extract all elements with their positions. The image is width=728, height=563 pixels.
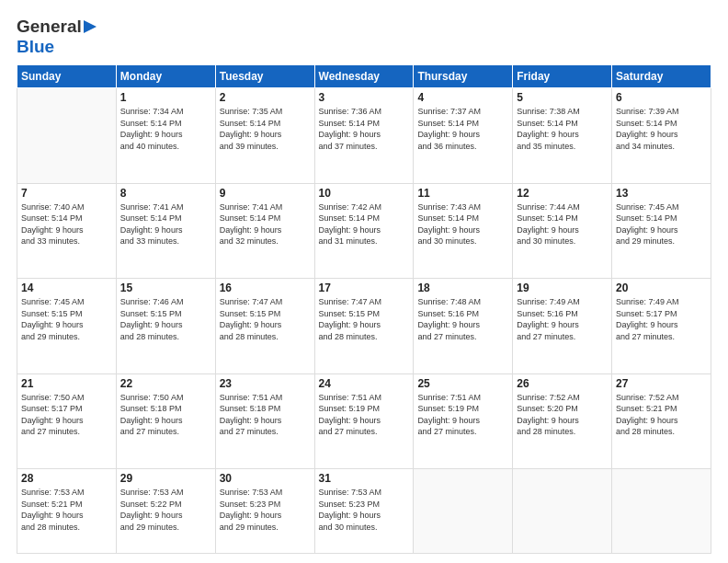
calendar-header-row: SundayMondayTuesdayWednesdayThursdayFrid… (17, 65, 711, 88)
day-number: 11 (417, 187, 508, 200)
calendar-cell: 20Sunrise: 7:49 AM Sunset: 5:17 PM Dayli… (612, 279, 711, 374)
day-info: Sunrise: 7:45 AM Sunset: 5:14 PM Dayligh… (616, 201, 707, 247)
calendar-cell: 25Sunrise: 7:51 AM Sunset: 5:19 PM Dayli… (414, 373, 513, 469)
calendar-cell: 13Sunrise: 7:45 AM Sunset: 5:14 PM Dayli… (612, 183, 711, 279)
day-info: Sunrise: 7:52 AM Sunset: 5:20 PM Dayligh… (517, 392, 608, 438)
day-info: Sunrise: 7:48 AM Sunset: 5:16 PM Dayligh… (417, 296, 508, 342)
day-info: Sunrise: 7:39 AM Sunset: 5:14 PM Dayligh… (616, 106, 707, 152)
day-number: 17 (319, 282, 410, 294)
day-info: Sunrise: 7:46 AM Sunset: 5:15 PM Dayligh… (120, 296, 211, 342)
day-info: Sunrise: 7:51 AM Sunset: 5:19 PM Dayligh… (417, 392, 508, 438)
calendar-cell: 5Sunrise: 7:38 AM Sunset: 5:14 PM Daylig… (513, 88, 612, 184)
day-number: 30 (220, 472, 311, 485)
day-number: 13 (616, 187, 707, 200)
logo-blue-text: Blue (17, 37, 54, 57)
day-number: 22 (120, 377, 211, 390)
day-info: Sunrise: 7:49 AM Sunset: 5:16 PM Dayligh… (517, 296, 608, 342)
calendar-week-3: 14Sunrise: 7:45 AM Sunset: 5:15 PM Dayli… (17, 279, 711, 374)
calendar-cell: 12Sunrise: 7:44 AM Sunset: 5:14 PM Dayli… (513, 183, 612, 279)
day-number: 20 (616, 282, 707, 294)
header: GeneralBlue (17, 17, 711, 57)
day-number: 28 (21, 472, 112, 485)
day-info: Sunrise: 7:43 AM Sunset: 5:14 PM Dayligh… (417, 201, 508, 247)
day-info: Sunrise: 7:44 AM Sunset: 5:14 PM Dayligh… (517, 201, 608, 247)
day-number: 23 (220, 377, 311, 390)
day-info: Sunrise: 7:51 AM Sunset: 5:18 PM Dayligh… (220, 392, 311, 438)
day-info: Sunrise: 7:41 AM Sunset: 5:14 PM Dayligh… (120, 201, 211, 247)
day-number: 18 (417, 282, 508, 294)
day-number: 9 (220, 187, 311, 200)
calendar-cell: 2Sunrise: 7:35 AM Sunset: 5:14 PM Daylig… (215, 88, 314, 184)
day-number: 2 (220, 91, 311, 104)
logo-general-text: General (17, 17, 82, 37)
day-header-tuesday: Tuesday (215, 65, 314, 88)
day-number: 21 (21, 377, 112, 390)
day-number: 12 (517, 187, 608, 200)
page: GeneralBlue SundayMondayTuesdayWednesday… (0, 0, 728, 563)
day-header-saturday: Saturday (612, 65, 711, 88)
calendar-cell: 9Sunrise: 7:41 AM Sunset: 5:14 PM Daylig… (215, 183, 314, 279)
day-number: 16 (220, 282, 311, 294)
day-info: Sunrise: 7:53 AM Sunset: 5:21 PM Dayligh… (21, 487, 112, 533)
calendar-cell: 29Sunrise: 7:53 AM Sunset: 5:22 PM Dayli… (116, 469, 215, 554)
calendar-cell (513, 469, 612, 554)
day-number: 5 (517, 91, 608, 104)
day-info: Sunrise: 7:47 AM Sunset: 5:15 PM Dayligh… (220, 296, 311, 342)
calendar-cell: 3Sunrise: 7:36 AM Sunset: 5:14 PM Daylig… (314, 88, 414, 184)
calendar-cell: 15Sunrise: 7:46 AM Sunset: 5:15 PM Dayli… (116, 279, 215, 374)
day-info: Sunrise: 7:41 AM Sunset: 5:14 PM Dayligh… (220, 201, 311, 247)
day-info: Sunrise: 7:38 AM Sunset: 5:14 PM Dayligh… (517, 106, 608, 152)
calendar-cell: 16Sunrise: 7:47 AM Sunset: 5:15 PM Dayli… (215, 279, 314, 374)
day-info: Sunrise: 7:40 AM Sunset: 5:14 PM Dayligh… (21, 201, 112, 247)
calendar-cell: 21Sunrise: 7:50 AM Sunset: 5:17 PM Dayli… (17, 373, 117, 469)
day-number: 19 (517, 282, 608, 294)
calendar-cell: 6Sunrise: 7:39 AM Sunset: 5:14 PM Daylig… (612, 88, 711, 184)
calendar-cell: 31Sunrise: 7:53 AM Sunset: 5:23 PM Dayli… (314, 469, 414, 554)
day-number: 4 (417, 91, 508, 104)
day-info: Sunrise: 7:45 AM Sunset: 5:15 PM Dayligh… (21, 296, 112, 342)
day-info: Sunrise: 7:47 AM Sunset: 5:15 PM Dayligh… (319, 296, 410, 342)
calendar-week-2: 7Sunrise: 7:40 AM Sunset: 5:14 PM Daylig… (17, 183, 711, 279)
logo-arrow-icon (84, 20, 97, 33)
calendar-cell: 11Sunrise: 7:43 AM Sunset: 5:14 PM Dayli… (414, 183, 513, 279)
day-info: Sunrise: 7:36 AM Sunset: 5:14 PM Dayligh… (319, 106, 410, 152)
calendar-week-5: 28Sunrise: 7:53 AM Sunset: 5:21 PM Dayli… (17, 469, 711, 554)
day-number: 3 (319, 91, 410, 104)
day-info: Sunrise: 7:51 AM Sunset: 5:19 PM Dayligh… (319, 392, 410, 438)
day-number: 6 (616, 91, 707, 104)
day-number: 24 (319, 377, 410, 390)
calendar-cell: 26Sunrise: 7:52 AM Sunset: 5:20 PM Dayli… (513, 373, 612, 469)
calendar-cell: 18Sunrise: 7:48 AM Sunset: 5:16 PM Dayli… (414, 279, 513, 374)
day-info: Sunrise: 7:53 AM Sunset: 5:23 PM Dayligh… (319, 487, 410, 533)
day-info: Sunrise: 7:37 AM Sunset: 5:14 PM Dayligh… (417, 106, 508, 152)
calendar-week-1: 1Sunrise: 7:34 AM Sunset: 5:14 PM Daylig… (17, 88, 711, 184)
calendar-cell: 1Sunrise: 7:34 AM Sunset: 5:14 PM Daylig… (116, 88, 215, 184)
day-info: Sunrise: 7:53 AM Sunset: 5:22 PM Dayligh… (120, 487, 211, 533)
calendar-cell: 30Sunrise: 7:53 AM Sunset: 5:23 PM Dayli… (215, 469, 314, 554)
calendar-table: SundayMondayTuesdayWednesdayThursdayFrid… (17, 64, 711, 554)
calendar-cell: 22Sunrise: 7:50 AM Sunset: 5:18 PM Dayli… (116, 373, 215, 469)
calendar-cell: 4Sunrise: 7:37 AM Sunset: 5:14 PM Daylig… (414, 88, 513, 184)
day-header-sunday: Sunday (17, 65, 117, 88)
day-info: Sunrise: 7:50 AM Sunset: 5:17 PM Dayligh… (21, 392, 112, 438)
calendar-cell (414, 469, 513, 554)
day-info: Sunrise: 7:35 AM Sunset: 5:14 PM Dayligh… (220, 106, 311, 152)
calendar-cell (17, 88, 117, 184)
day-info: Sunrise: 7:34 AM Sunset: 5:14 PM Dayligh… (120, 106, 211, 152)
day-header-wednesday: Wednesday (314, 65, 414, 88)
day-info: Sunrise: 7:42 AM Sunset: 5:14 PM Dayligh… (319, 201, 410, 247)
calendar-cell: 8Sunrise: 7:41 AM Sunset: 5:14 PM Daylig… (116, 183, 215, 279)
calendar-cell: 23Sunrise: 7:51 AM Sunset: 5:18 PM Dayli… (215, 373, 314, 469)
day-number: 25 (417, 377, 508, 390)
day-number: 1 (120, 91, 211, 104)
day-info: Sunrise: 7:50 AM Sunset: 5:18 PM Dayligh… (120, 392, 211, 438)
day-number: 26 (517, 377, 608, 390)
calendar-cell: 10Sunrise: 7:42 AM Sunset: 5:14 PM Dayli… (314, 183, 414, 279)
calendar-cell: 27Sunrise: 7:52 AM Sunset: 5:21 PM Dayli… (612, 373, 711, 469)
day-number: 8 (120, 187, 211, 200)
day-number: 7 (21, 187, 112, 200)
calendar-cell: 17Sunrise: 7:47 AM Sunset: 5:15 PM Dayli… (314, 279, 414, 374)
calendar-week-4: 21Sunrise: 7:50 AM Sunset: 5:17 PM Dayli… (17, 373, 711, 469)
day-number: 27 (616, 377, 707, 390)
day-header-friday: Friday (513, 65, 612, 88)
